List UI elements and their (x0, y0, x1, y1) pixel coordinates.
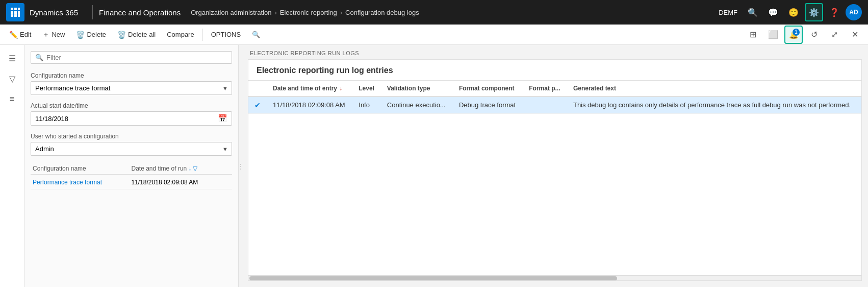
config-name-label: Configuration name (31, 72, 232, 79)
breadcrumb-sep1: › (274, 9, 276, 16)
breadcrumb: Organization administration › Electronic… (191, 9, 719, 16)
datetime-sort-icon[interactable]: ↓ (339, 85, 342, 92)
table-header-row: Date and time of entry ↓ Level Validatio… (248, 81, 861, 97)
personalize-icon[interactable]: ⊞ (744, 26, 762, 44)
delete-button[interactable]: 🗑️ Delete (71, 27, 111, 43)
row-datetime: 11/18/2018 02:09:08 AM (267, 97, 352, 114)
row-validation: Continue executio... (381, 97, 453, 114)
svg-rect-0 (11, 8, 13, 10)
filter-search-input[interactable] (46, 54, 227, 61)
sort-arrow-icon[interactable]: ↓ (188, 165, 191, 172)
check-icon: ✔ (254, 101, 261, 109)
close-icon[interactable]: ✕ (846, 26, 864, 44)
table-row[interactable]: ✔ 11/18/2018 02:09:08 AM Info Continue e… (248, 97, 861, 114)
log-scrollbar[interactable] (248, 275, 861, 280)
row-generated: This debug log contains only details of … (567, 97, 861, 114)
edit-button[interactable]: ✏️ Edit (4, 27, 36, 43)
start-date-label: Actual start date/time (31, 102, 232, 109)
edit-icon: ✏️ (9, 31, 18, 39)
row-level: Info (352, 97, 381, 114)
topbar-divider (92, 5, 93, 19)
svg-rect-5 (18, 11, 20, 14)
settings-button[interactable]: ⚙️ (805, 3, 823, 21)
row-check: ✔ (248, 97, 267, 114)
office-icon[interactable]: ⬜ (764, 26, 782, 44)
main-content: ELECTRONIC REPORTING RUN LOGS Electronic… (242, 45, 868, 287)
filter-panel: 🔍 Configuration name Performance trace f… (24, 45, 239, 287)
emoji-button[interactable]: 🙂 (784, 3, 803, 21)
col-format-component-header: Format component (453, 81, 523, 97)
breadcrumb-sep2: › (340, 9, 342, 16)
notification-badge: 1 (793, 29, 800, 36)
compare-button[interactable]: Compare (162, 27, 199, 43)
list-item[interactable]: Performance trace format 11/18/2018 02:0… (31, 176, 232, 189)
col-level-header: Level (352, 81, 381, 97)
delete-all-button[interactable]: 🗑️ Delete all (112, 27, 161, 43)
table-body: ✔ 11/18/2018 02:09:08 AM Info Continue e… (248, 97, 861, 114)
filter-list-header: Configuration name Date and time of run … (31, 163, 232, 175)
log-entries-table: Date and time of entry ↓ Level Validatio… (248, 81, 861, 114)
refresh-icon[interactable]: ↺ (805, 26, 823, 44)
main-layout: ☰ ▽ ≡ 🔍 Configuration name Performance t… (0, 45, 868, 287)
config-name-select[interactable]: Performance trace format (31, 81, 232, 95)
topbar: Dynamics 365 Finance and Operations Orga… (0, 0, 868, 25)
breadcrumb-item3[interactable]: Configuration debug logs (345, 9, 419, 16)
col-validation-header: Validation type (381, 81, 453, 97)
filter-search-icon: 🔍 (35, 54, 43, 61)
svg-rect-1 (14, 8, 17, 10)
breadcrumb-item1[interactable]: Organization administration (191, 9, 271, 16)
avatar[interactable]: AD (846, 4, 862, 20)
new-button[interactable]: ＋ New (37, 27, 70, 43)
cmd-separator (202, 29, 203, 41)
chat-button[interactable]: 💬 (764, 3, 782, 21)
filter-list-icon[interactable]: ▽ (193, 165, 197, 172)
app-subtitle: Finance and Operations (99, 8, 181, 17)
filter-search-box[interactable]: 🔍 (31, 51, 232, 64)
user-field: User who started a configuration Admin ▼ (31, 133, 232, 156)
table-header: Date and time of entry ↓ Level Validatio… (248, 81, 861, 97)
log-panel-title: Electronic reporting run log entries (248, 60, 861, 81)
section-title: ELECTRONIC REPORTING RUN LOGS (242, 45, 868, 59)
start-date-wrap: 📅 (31, 111, 232, 126)
cmd-right: ⊞ ⬜ 🔔 1 ↺ ⤢ ✕ (744, 26, 864, 44)
col-datetime-header: Date and time of entry ↓ (267, 81, 352, 97)
col-check (248, 81, 267, 97)
start-date-field: Actual start date/time 📅 (31, 102, 232, 126)
svg-rect-3 (11, 11, 13, 14)
new-icon: ＋ (42, 30, 49, 39)
search-topbar-button[interactable]: 🔍 (744, 3, 762, 21)
app-title: Dynamics 365 (30, 8, 84, 17)
start-date-input[interactable] (31, 112, 214, 125)
expand-icon[interactable]: ⤢ (825, 26, 844, 44)
scrollbar-thumb[interactable] (249, 276, 617, 280)
svg-rect-4 (14, 11, 17, 14)
user-select[interactable]: Admin (31, 142, 232, 156)
col-generated-header: Generated text (567, 81, 861, 97)
hamburger-button[interactable]: ☰ (3, 49, 21, 67)
log-table: Date and time of entry ↓ Level Validatio… (248, 81, 861, 275)
calendar-icon[interactable]: 📅 (214, 112, 232, 125)
list-col2-header: Date and time of run ↓ ▽ (132, 165, 231, 172)
row-format-component: Debug trace format (453, 97, 523, 114)
breadcrumb-item2[interactable]: Electronic reporting (280, 9, 337, 16)
notification-button[interactable]: 🔔 1 (784, 26, 803, 44)
filter-button[interactable]: ▽ (3, 69, 21, 88)
delete-icon: 🗑️ (76, 31, 85, 39)
help-button[interactable]: ❓ (825, 3, 844, 21)
list-item-config-name: Performance trace format (33, 179, 132, 186)
config-name-field: Configuration name Performance trace for… (31, 72, 232, 95)
cmd-search-button[interactable]: 🔍 (247, 27, 265, 43)
config-name-select-wrap: Performance trace format ▼ (31, 81, 232, 95)
svg-rect-2 (18, 8, 20, 10)
delete-all-icon: 🗑️ (117, 31, 126, 39)
list-col1-header: Configuration name (33, 165, 132, 172)
apps-button[interactable] (6, 3, 24, 21)
col-format-p-header: Format p... (523, 81, 567, 97)
user-select-wrap: Admin ▼ (31, 142, 232, 156)
options-button[interactable]: OPTIONS (206, 27, 246, 43)
list-button[interactable]: ≡ (3, 90, 21, 108)
svg-rect-6 (11, 14, 13, 17)
topbar-right: DEMF 🔍 💬 🙂 ⚙️ ❓ AD (719, 3, 862, 21)
command-bar: ✏️ Edit ＋ New 🗑️ Delete 🗑️ Delete all Co… (0, 25, 868, 45)
filter-list: Configuration name Date and time of run … (31, 163, 232, 189)
